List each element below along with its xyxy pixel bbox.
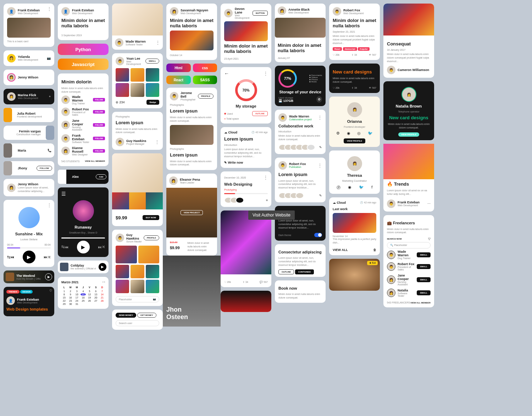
follow-button[interactable]: FOLLOW bbox=[93, 123, 105, 127]
pill-sass[interactable]: SASS bbox=[193, 76, 217, 84]
views[interactable]: 👁 567 bbox=[369, 54, 376, 56]
card-rating[interactable]: ★ 5.4 bbox=[329, 259, 380, 291]
play-button[interactable]: ▶ bbox=[77, 241, 90, 253]
card-post-devon[interactable]: 👨Devon LaneWeb DevelopmentBUTTON Minim d… bbox=[221, 4, 271, 64]
play-button[interactable]: ▶ bbox=[45, 273, 52, 280]
card-book-now[interactable]: Book now Minim dolor in amet nulla labor… bbox=[275, 280, 326, 303]
likes[interactable]: ♡ 20k bbox=[333, 87, 339, 89]
plus-icon[interactable]: + bbox=[49, 95, 51, 98]
shuffle-icon[interactable]: ⤨ bbox=[102, 245, 105, 249]
more-icon[interactable]: ⋮ bbox=[318, 115, 322, 120]
edit-icon[interactable]: ✎ bbox=[319, 146, 322, 149]
menu-icon[interactable]: ≡ bbox=[266, 198, 268, 202]
pill-python[interactable]: Python bbox=[58, 44, 109, 55]
small-button[interactable]: SMALL bbox=[417, 264, 431, 269]
card-post-annette[interactable]: 👩Annette BlackWeb Development Minim dolo… bbox=[275, 4, 326, 62]
write-now-button[interactable]: Write now bbox=[228, 161, 243, 164]
view-all-button[interactable]: VIEW ALL MEMBER bbox=[85, 160, 105, 162]
card-project-eleanor[interactable]: 👩Eleanor PenaTeam Leader VIEW PROJECT $1… bbox=[166, 174, 217, 256]
card-user-basic[interactable]: ⋮ 👤Frank EstebanWeb Development This is … bbox=[4, 4, 54, 47]
member-row[interactable]: 👩Jane CooperNursing AssistantFOLLOW bbox=[61, 117, 105, 132]
shares[interactable]: ⇪ 34 bbox=[243, 281, 248, 284]
card-trends[interactable]: 🔥 Trends Lorem ipsum dolor sit amet ex o… bbox=[383, 144, 434, 212]
card-new-designs-dark[interactable]: New card designs Minim dolor in amet nul… bbox=[329, 64, 380, 93]
more-icon[interactable]: ⋮ bbox=[47, 203, 51, 208]
card-user-fermin[interactable]: Fermin vargasConstruction manager bbox=[4, 126, 54, 140]
card-music-sunshine[interactable]: ⋮ Sunshine - Mix Lookee Stefane 00:3400:… bbox=[4, 200, 54, 267]
card-hero-jhon[interactable]: Jhon Osteen bbox=[166, 259, 217, 327]
camera-icon[interactable]: 📷 bbox=[47, 56, 51, 60]
shuffle-icon[interactable]: ⤨ bbox=[48, 255, 51, 259]
buy-button[interactable]: BUY NOW bbox=[143, 215, 159, 220]
card-cloud[interactable]: ☁ Cloud🕐 42 min ago Lorem ipsum Introduc… bbox=[221, 127, 271, 168]
prev-icon[interactable]: ⏮ bbox=[10, 255, 14, 259]
more-icon[interactable]: ⋮ bbox=[318, 163, 322, 168]
pill-react[interactable]: React bbox=[166, 76, 191, 84]
small-button[interactable]: SMALL bbox=[417, 252, 431, 257]
card-storage[interactable]: ←⋮ 70% My storage ■ UsedOUTLINE ■ Total … bbox=[221, 67, 271, 124]
outline-button[interactable]: OUTLINE bbox=[278, 269, 294, 274]
card-user-alex[interactable]: Alex Add bbox=[58, 170, 109, 184]
pinterest-icon[interactable]: ⓟ bbox=[337, 185, 340, 190]
card-calendar[interactable]: Marzo 2021‹ › LMMJVSD 123456789101112131… bbox=[58, 277, 109, 309]
likes[interactable]: ♡ 20k bbox=[333, 54, 339, 56]
card-post-robert[interactable]: 👨Robert FoxWeb Development Minim dolor i… bbox=[329, 4, 380, 60]
card-web-design-templates[interactable]: ♡ TRENDS DESIGN 👤Frank EstebanWeb Develo… bbox=[4, 287, 54, 316]
card-user-jhony[interactable]: Jhony FOLLOW bbox=[4, 161, 54, 175]
card-web-designing[interactable]: December 10, 2020⋮ Web Designing Prototy… bbox=[221, 171, 271, 207]
toggle[interactable] bbox=[314, 233, 322, 237]
views[interactable]: 👁 567 bbox=[369, 87, 376, 89]
contained-button[interactable]: CONTAINED bbox=[295, 269, 314, 274]
follow-button[interactable]: FOLLOW bbox=[93, 98, 105, 102]
github-icon[interactable]: ◎ bbox=[357, 131, 361, 136]
button[interactable]: BUTTON bbox=[253, 11, 268, 16]
card-consectetur[interactable]: Consectetur adipiscing Lorem ipsun dolor… bbox=[275, 244, 326, 277]
profile-button[interactable]: PROFILE bbox=[144, 235, 159, 240]
more-icon[interactable]: ⋮ bbox=[47, 6, 51, 11]
next-month-icon[interactable]: › bbox=[104, 281, 105, 283]
freelancer-row[interactable]: 👩NataliaSoftware TesterSMALL bbox=[387, 287, 431, 299]
card-publication[interactable]: 👨Robert FoxPublication⋮ Lorem ipsum Lore… bbox=[275, 158, 326, 202]
follow-button[interactable]: FOLLOW bbox=[93, 137, 105, 140]
card-profile-orianna[interactable]: 👩 Orianna Frontend developer ⚙◉◎🐦 VIEW P… bbox=[329, 97, 380, 147]
card-cloud-2[interactable]: ☁ Cloud🕐 42 min ago Last work November 1… bbox=[329, 197, 380, 255]
member-row[interactable]: 👩Dianne RussellWeb DesignerFOLLOW bbox=[61, 145, 105, 157]
card-user-jenny[interactable]: 👩 Jenny Wilson bbox=[4, 70, 54, 85]
card-user-marina[interactable]: 👩Marina FlickWeb Development + bbox=[4, 89, 54, 104]
card-music-weeknd[interactable]: The WeekndHold My Breath ( Offic ▶ bbox=[4, 270, 54, 283]
small-button[interactable]: SMALL bbox=[417, 290, 431, 295]
search-placeholder[interactable]: Placeholder bbox=[119, 298, 132, 301]
shares[interactable]: ⇪ 34 bbox=[351, 87, 357, 89]
twitter-icon[interactable]: 🐦 bbox=[359, 185, 364, 190]
github-icon[interactable]: ◉ bbox=[347, 131, 350, 136]
more-icon[interactable]: ⋮ bbox=[155, 139, 159, 144]
card-profile-theresa[interactable]: 👩 Theresa Marketing Coordinator ⓟ◉🐦f bbox=[329, 150, 380, 194]
get-money-button[interactable]: GET MONEY bbox=[137, 313, 156, 318]
search-input[interactable]: Placeholder bbox=[394, 244, 407, 246]
card-members[interactable]: Minim dolorin Minim dolor in amet nulla … bbox=[58, 73, 109, 166]
freelancer-row[interactable]: 👨Wade WarrenDog TrainerSMALL bbox=[387, 248, 431, 261]
card-post-consequat[interactable]: Consequat 16 January 2017 Minim dolor in… bbox=[383, 4, 434, 78]
shares[interactable]: ⇪ 34 bbox=[351, 54, 357, 56]
follow-button[interactable]: FOLLOW bbox=[93, 110, 105, 114]
freelancer-row[interactable]: 👨Robert FoxPresident of SalesSMALL bbox=[387, 261, 431, 272]
more-icon[interactable]: ⋮ bbox=[156, 40, 160, 45]
progress-bar[interactable] bbox=[7, 247, 51, 248]
repeat-icon[interactable]: ⇆ bbox=[61, 245, 65, 249]
card-post-savannah[interactable]: 👩Savannah NguyenWeb Development Minim do… bbox=[166, 4, 217, 60]
member-row[interactable]: 👨Wade WarrenDog TrainerFOLLOW bbox=[61, 94, 105, 106]
play-button[interactable]: ▶ bbox=[99, 263, 106, 271]
search-input[interactable]: Search user bbox=[116, 320, 159, 326]
send-money-button[interactable]: SEND MONEY bbox=[116, 313, 136, 318]
gear-icon[interactable]: ⚙ bbox=[316, 96, 322, 103]
pill-css[interactable]: css bbox=[193, 64, 217, 72]
heart-icon[interactable]: ♡ bbox=[49, 289, 52, 292]
card-storage-dark[interactable]: 77% ■ Documents■ Videos■ Photos■ Music S… bbox=[275, 66, 326, 106]
trash-icon[interactable]: 🗑 bbox=[373, 248, 376, 252]
card-user-yolanda[interactable]: 👩YolandaWeb Development 📷 bbox=[4, 50, 54, 66]
next-icon[interactable]: ⏭ bbox=[44, 255, 48, 259]
view-project-button[interactable]: VIEW PROJECT bbox=[181, 210, 203, 215]
card-money[interactable]: SEND MONEY GET MONEY Search user bbox=[112, 310, 163, 330]
follow-button[interactable]: FOLLOW bbox=[93, 149, 105, 153]
card-freelancers[interactable]: 💼 Freelancers Minim dolor in amet nulla … bbox=[383, 215, 434, 308]
